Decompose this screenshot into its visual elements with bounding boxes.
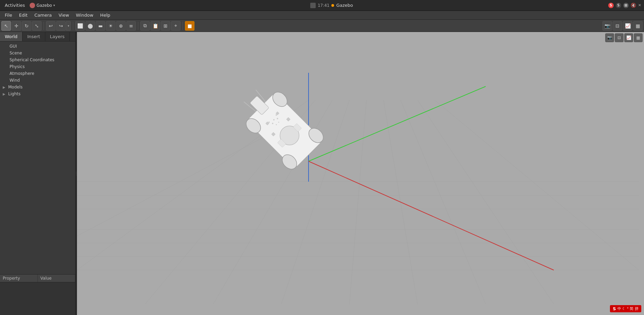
rotate-tool-button[interactable]: ↻ xyxy=(22,21,31,31)
viewport-screenshot-button[interactable]: 📷 xyxy=(605,33,614,42)
app-menu-arrow: ▾ xyxy=(53,3,55,7)
tree-item-models[interactable]: ▶ Models xyxy=(0,84,75,90)
models-label: Models xyxy=(8,85,22,89)
tree-item-lights[interactable]: ▶ Lights xyxy=(0,90,75,97)
graph-icon: 📈 xyxy=(625,23,631,29)
ime-icon: S xyxy=(613,306,616,311)
redo-dropdown[interactable]: ▾ xyxy=(66,21,71,31)
spherical-label: Spherical Coordinates xyxy=(10,57,54,62)
menu-view[interactable]: View xyxy=(55,12,73,19)
sys-icon-net: ⊞ xyxy=(623,3,629,8)
redo-button[interactable]: ↪ xyxy=(56,21,66,31)
window-title: Gazebo xyxy=(336,3,353,8)
viewport-svg xyxy=(77,32,644,315)
toolbar-right: 📷 ⊟ 📈 ▦ xyxy=(602,21,643,31)
snap-icon: ⌖ xyxy=(174,23,177,29)
cylinder-button[interactable]: ▬ xyxy=(96,21,105,31)
sidebar-tree: GUI Scene Spherical Coordinates Physics … xyxy=(0,42,75,274)
sys-icon-2: S xyxy=(616,3,621,8)
viewport-log-button[interactable]: ▦ xyxy=(634,33,643,42)
tree-item-spherical[interactable]: Spherical Coordinates xyxy=(0,56,75,63)
sidebar: World Insert Layers GUI Scene Spherical … xyxy=(0,32,76,315)
redo-icon: ↪ xyxy=(59,23,63,29)
align-button[interactable]: ⊞ xyxy=(161,21,170,31)
menu-edit[interactable]: Edit xyxy=(16,12,31,19)
main-layout: World Insert Layers GUI Scene Spherical … xyxy=(0,32,644,315)
menu-file[interactable]: File xyxy=(1,12,16,19)
overlay-icon: ⊟ xyxy=(615,23,619,29)
lights-label: Lights xyxy=(8,92,20,96)
overlay-button[interactable]: ⊟ xyxy=(613,21,622,31)
lights-arrow: ▶ xyxy=(3,92,7,96)
directional-icon: ⊕ xyxy=(119,23,123,29)
clock: 17:41 xyxy=(318,3,330,8)
toolbar-separator-3 xyxy=(138,22,138,30)
system-bar: Activities Gazebo ▾ 17:41 Gazebo S S ⊞ 🔇… xyxy=(0,0,644,11)
activities-button[interactable]: Activities xyxy=(3,2,27,9)
tree-item-physics[interactable]: Physics xyxy=(0,63,75,70)
menu-bar: File Edit Camera View Window Help xyxy=(0,11,644,20)
app-name-label: Gazebo xyxy=(36,3,52,8)
viewport-controls: 📷 ⊟ 📈 ▦ xyxy=(605,33,643,42)
rotate-icon: ↻ xyxy=(25,23,29,29)
copy-button[interactable]: ⧉ xyxy=(140,21,150,31)
undo-button[interactable]: ↩ xyxy=(46,21,56,31)
toolbar-separator-1 xyxy=(44,22,44,30)
light-button[interactable]: ☀ xyxy=(106,21,115,31)
toolbar: ↖ ✛ ↻ ⤡ ↩ ↪ ▾ ⬜ ⬤ ▬ ☀ ⊕ ≡ ⧉ 📋 xyxy=(0,20,644,32)
cursor-icon: ↖ xyxy=(4,23,8,29)
tree-item-wind[interactable]: Wind xyxy=(0,77,75,84)
sidebar-tabs: World Insert Layers xyxy=(0,32,75,42)
copy-icon: ⧉ xyxy=(143,23,147,29)
viewport[interactable]: 📷 ⊟ 📈 ▦ S 中 ☾ ° 简 拼 xyxy=(77,32,644,315)
wind-label: Wind xyxy=(10,78,20,83)
viewport-overlay-button[interactable]: ⊟ xyxy=(615,33,624,42)
sun-icon: ☀ xyxy=(109,23,113,29)
box-icon: ⬜ xyxy=(77,23,83,29)
minimize-button[interactable] xyxy=(310,3,316,8)
record-icon: ■ xyxy=(187,23,192,29)
paste-button[interactable]: 📋 xyxy=(151,21,160,31)
log-icon: ▦ xyxy=(635,23,640,29)
tab-world[interactable]: World xyxy=(0,32,22,41)
directional-light-button[interactable]: ⊕ xyxy=(116,21,126,31)
vp-overlay-icon: ⊟ xyxy=(617,35,621,40)
gui-label: GUI xyxy=(10,44,17,49)
system-bar-center: 17:41 Gazebo xyxy=(310,3,353,8)
box-button[interactable]: ⬜ xyxy=(75,21,85,31)
properties-header: Property Value xyxy=(0,275,75,282)
tab-insert[interactable]: Insert xyxy=(22,32,45,41)
tree-item-atmosphere[interactable]: Atmosphere xyxy=(0,70,75,77)
sys-close-btn[interactable]: ✕ xyxy=(638,3,641,7)
log-button[interactable]: ▦ xyxy=(633,21,643,31)
sys-icon-1: S xyxy=(608,3,614,8)
notification-dot xyxy=(331,4,334,7)
sphere-icon: ⬤ xyxy=(88,23,93,29)
translate-tool-button[interactable]: ✛ xyxy=(12,21,21,31)
tree-item-scene[interactable]: Scene xyxy=(0,50,75,56)
menu-window[interactable]: Window xyxy=(73,12,97,19)
tab-layers[interactable]: Layers xyxy=(45,32,70,41)
scale-tool-button[interactable]: ⤡ xyxy=(32,21,42,31)
menu-help[interactable]: Help xyxy=(97,12,114,19)
record-button[interactable]: ■ xyxy=(185,21,194,31)
select-tool-button[interactable]: ↖ xyxy=(1,21,11,31)
gazebo-app-menu[interactable]: Gazebo ▾ xyxy=(30,3,55,8)
screenshot-button[interactable]: 📷 xyxy=(602,21,612,31)
scale-icon: ⤡ xyxy=(35,23,39,29)
translate-icon: ✛ xyxy=(14,23,18,29)
physics-label: Physics xyxy=(10,64,25,69)
paste-icon: 📋 xyxy=(153,23,158,29)
toolbar-separator-2 xyxy=(73,22,73,30)
snap-button[interactable]: ⌖ xyxy=(171,21,180,31)
align-icon: ⊞ xyxy=(163,23,168,29)
lines-button[interactable]: ≡ xyxy=(126,21,136,31)
system-bar-right: S S ⊞ 🔇 ✕ xyxy=(608,3,641,8)
ime-overlay[interactable]: S 中 ☾ ° 简 拼 xyxy=(610,305,641,312)
sphere-button[interactable]: ⬤ xyxy=(85,21,95,31)
viewport-graph-button[interactable]: 📈 xyxy=(624,33,633,42)
graph-button[interactable]: 📈 xyxy=(623,21,632,31)
undo-icon: ↩ xyxy=(49,23,53,29)
menu-camera[interactable]: Camera xyxy=(31,12,55,19)
tree-item-gui[interactable]: GUI xyxy=(0,43,75,50)
